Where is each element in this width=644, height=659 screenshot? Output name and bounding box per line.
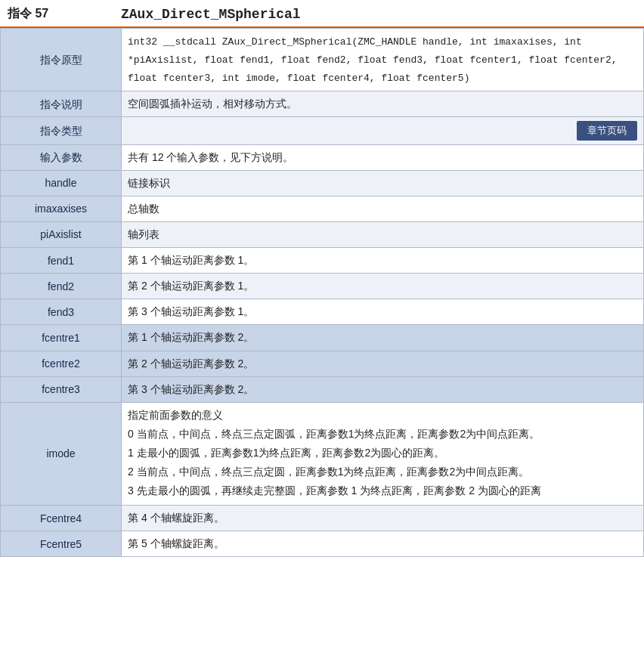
param-label: fend2 [1, 274, 122, 299]
multiline-text: 3 先走最小的圆弧，再继续走完整圆，距离参数 1 为终点距离，距离参数 2 为圆… [128, 482, 637, 500]
multiline-text: 指定前面参数的意义 [128, 407, 637, 424]
param-label: Fcentre4 [1, 506, 122, 531]
main-table: 指令原型int32 __stdcall ZAux_Direct_MSpheric… [0, 28, 644, 557]
param-value: 第 1 个轴运动距离参数 1。 [122, 248, 644, 274]
param-value: 共有 12 个输入参数，见下方说明。 [122, 144, 644, 170]
table-row: 指令类型章节页码 [1, 117, 644, 144]
title-row: 指令 57 ZAux_Direct_MSpherical [0, 0, 644, 28]
param-value: 空间圆弧插补运动，相对移动方式。 [122, 91, 644, 117]
param-label: imaxaxises [1, 196, 122, 222]
table-row: piAxislist轴列表 [1, 222, 644, 248]
table-row: fcentre1第 1 个轴运动距离参数 2。 [1, 325, 644, 351]
table-row: fend3第 3 个轴运动距离参数 1。 [1, 299, 644, 325]
param-label: 指令类型 [1, 117, 122, 144]
instruction-number: 指令 57 [0, 6, 121, 22]
param-label: piAxislist [1, 222, 122, 248]
chapter-badge: 章节页码 [577, 121, 637, 140]
table-row: Fcentre4第 4 个轴螺旋距离。 [1, 506, 644, 531]
param-value: 第 3 个轴运动距离参数 2。 [122, 376, 644, 402]
table-row: handle链接标识 [1, 170, 644, 196]
param-label: Fcentre5 [1, 531, 122, 557]
multiline-text: 0 当前点，中间点，终点三点定圆弧，距离参数1为终点距离，距离参数2为中间点距离… [128, 425, 637, 443]
code-text: int32 __stdcall ZAux_Direct_MSpherical(Z… [128, 36, 618, 84]
param-label: fcentre2 [1, 351, 122, 376]
table-row: imode指定前面参数的意义0 当前点，中间点，终点三点定圆弧，距离参数1为终点… [1, 402, 644, 505]
param-label: 输入参数 [1, 144, 122, 170]
param-label: handle [1, 170, 122, 196]
table-row: 指令说明空间圆弧插补运动，相对移动方式。 [1, 91, 644, 117]
param-value: 第 1 个轴运动距离参数 2。 [122, 325, 644, 351]
param-value: 第 5 个轴螺旋距离。 [122, 531, 644, 557]
param-label: imode [1, 402, 122, 505]
instruction-name: ZAux_Direct_MSpherical [121, 7, 301, 22]
param-value: 第 3 个轴运动距离参数 1。 [122, 299, 644, 325]
param-label: 指令原型 [1, 29, 122, 91]
param-value: 第 2 个轴运动距离参数 1。 [122, 274, 644, 299]
param-value: 链接标识 [122, 170, 644, 196]
param-value: int32 __stdcall ZAux_Direct_MSpherical(Z… [122, 29, 644, 91]
param-label: fcentre1 [1, 325, 122, 351]
param-label: fend1 [1, 248, 122, 274]
table-row: fcentre3第 3 个轴运动距离参数 2。 [1, 376, 644, 402]
param-label: 指令说明 [1, 91, 122, 117]
page-container: 指令 57 ZAux_Direct_MSpherical 指令原型int32 _… [0, 0, 644, 557]
table-row: Fcentre5第 5 个轴螺旋距离。 [1, 531, 644, 557]
multiline-text: 2 当前点，中间点，终点三点定圆，距离参数1为终点距离，距离参数2为中间点距离。 [128, 463, 637, 481]
param-value: 指定前面参数的意义0 当前点，中间点，终点三点定圆弧，距离参数1为终点距离，距离… [122, 402, 644, 505]
param-value: 第 2 个轴运动距离参数 2。 [122, 351, 644, 376]
param-value: 章节页码 [122, 117, 644, 144]
table-row: fend1第 1 个轴运动距离参数 1。 [1, 248, 644, 274]
param-value: 第 4 个轴螺旋距离。 [122, 506, 644, 531]
table-row: imaxaxises总轴数 [1, 196, 644, 222]
param-label: fend3 [1, 299, 122, 325]
multiline-text: 1 走最小的圆弧，距离参数1为终点距离，距离参数2为圆心的距离。 [128, 444, 637, 462]
param-value: 总轴数 [122, 196, 644, 222]
param-label: fcentre3 [1, 376, 122, 402]
table-row: fcentre2第 2 个轴运动距离参数 2。 [1, 351, 644, 376]
param-value: 轴列表 [122, 222, 644, 248]
table-row: 指令原型int32 __stdcall ZAux_Direct_MSpheric… [1, 29, 644, 91]
table-row: 输入参数共有 12 个输入参数，见下方说明。 [1, 144, 644, 170]
table-row: fend2第 2 个轴运动距离参数 1。 [1, 274, 644, 299]
